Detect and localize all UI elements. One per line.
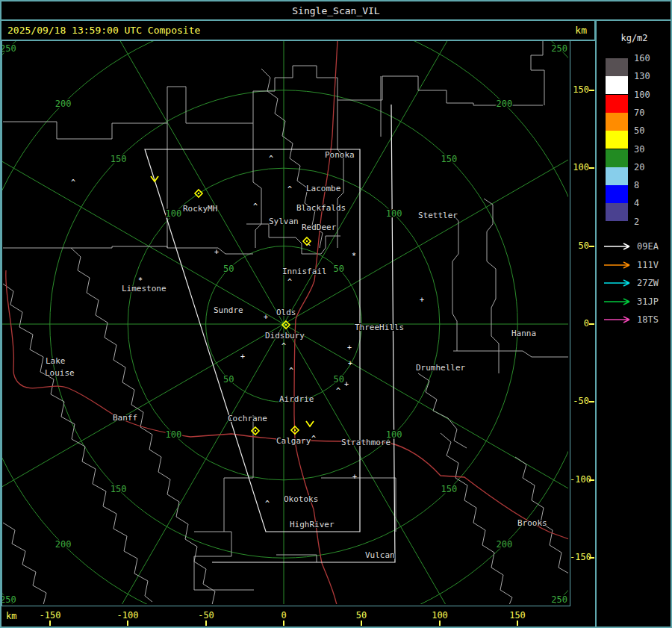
axis-tick-label: -100 (110, 610, 146, 621)
scale-color-swatch (606, 131, 628, 149)
scale-color-swatch (606, 113, 628, 131)
axis-tick (517, 621, 518, 626)
diamond-marker-dot (306, 240, 308, 242)
axis-tick-label: -50 (570, 396, 589, 406)
city-labels: PonokaRockyMHLacombeBlackfaldsSylvanRedD… (45, 150, 547, 560)
axis-tick-label: -100 (570, 474, 589, 485)
city-label: Sylvan (269, 217, 299, 226)
radar-id-label: 18TS (637, 314, 659, 325)
diamond-marker-dot (285, 324, 287, 326)
window-title-bar[interactable]: Single_Scan_VIL (1, 1, 671, 21)
axis-tick-label: -150 (32, 610, 68, 621)
range-ring-label: 100 (166, 208, 182, 219)
map-point-marker: ^ (71, 178, 75, 187)
map-point-marker: ^ (253, 202, 258, 211)
scale-value-label: 50 (634, 125, 664, 136)
scale-color-swatch (606, 203, 628, 221)
scale-color-swatch (606, 167, 628, 185)
axis-tick-label: 0 (570, 318, 589, 329)
radar-legend-item: 27ZW (603, 278, 670, 288)
scale-color-swatch (606, 76, 628, 94)
radar-arrow-icon (603, 279, 632, 287)
range-ring-label: 50 (223, 374, 234, 385)
city-label: RockyMH (183, 204, 217, 214)
axis-tick (589, 479, 594, 481)
range-ring-label: 50 (334, 374, 344, 385)
city-label: ThreeHills (355, 323, 404, 332)
axis-tick-label: -150 (570, 552, 589, 562)
city-label: Blackfalds (296, 203, 346, 213)
city-label: Airdrie (279, 394, 314, 404)
city-label: Brooks (517, 518, 547, 528)
map-point-marker: + (348, 359, 352, 367)
axis-tick (439, 621, 441, 626)
axis-tick-label: 150 (570, 84, 589, 95)
map-point-marker: + (420, 296, 424, 304)
map-point-marker: + (347, 343, 352, 352)
map-point-marker: ^ (287, 278, 292, 286)
map-point-marker: ^ (281, 342, 286, 350)
map-point-marker: + (264, 313, 268, 321)
range-ring-label: 250 (2, 594, 16, 604)
city-label: Calgary (276, 436, 311, 446)
city-label: Cochrane (228, 414, 267, 423)
scale-value-label: 160 (634, 53, 664, 63)
right-distance-axis: 150100500-50-100-150 (570, 40, 595, 606)
bottom-axis-unit-label: km (6, 611, 16, 621)
range-ring-label: 200 (55, 539, 72, 550)
scale-value-label: 2 (634, 217, 664, 227)
axis-tick (589, 557, 594, 559)
axis-tick-label: 0 (266, 610, 302, 621)
city-label: Vulcan (365, 550, 395, 560)
axis-tick (283, 621, 284, 626)
radar-legend-item: 111V (603, 260, 670, 270)
city-label: Lacombe (306, 184, 340, 193)
scale-color-swatch (606, 95, 628, 113)
city-label: Okotoks (284, 494, 318, 504)
radar-id-label: 09EA (637, 241, 659, 252)
map-point-marker: + (240, 352, 245, 361)
radar-id-label: 27ZW (637, 278, 659, 288)
diamond-marker-dot (294, 429, 296, 431)
range-ring-label: 50 (223, 264, 234, 274)
range-ring-label: 250 (551, 594, 567, 604)
range-ring-label: 200 (55, 99, 72, 109)
radar-id-label: 31JP (637, 296, 659, 307)
radar-legend-item: 09EA (603, 241, 670, 252)
scale-value-label: 4 (634, 198, 664, 208)
city-label: Ponoka (325, 150, 355, 160)
city-label: RedDeer (302, 223, 337, 232)
v-marker (306, 421, 314, 426)
range-ring-label: 250 (2, 43, 16, 54)
map-point-marker: + (352, 473, 357, 481)
range-ring-label: 50 (334, 264, 344, 274)
scale-unit-label: kg/m2 (597, 33, 672, 43)
radar-legend-item: 31JP (603, 296, 670, 307)
city-label: Sundre (214, 305, 243, 315)
range-ring-label: 150 (111, 154, 127, 164)
diamond-marker-dot (198, 193, 199, 194)
axis-tick (49, 621, 51, 626)
range-ring-label: 100 (166, 429, 182, 440)
city-label: Louise (45, 368, 75, 378)
axis-tick (589, 90, 594, 91)
legend-panel: kg/m2 1601301007050302084209EA111V27ZW31… (595, 21, 672, 627)
axis-tick (361, 621, 362, 626)
radar-arrow-icon (603, 297, 632, 306)
radar-arrow-icon (603, 315, 632, 324)
radar-map-canvas[interactable]: 5050505010010010010015015015015020020020… (1, 40, 570, 606)
city-label: HighRiver (290, 520, 335, 529)
map-point-marker: ^ (311, 435, 316, 443)
map-point-marker: ^ (269, 155, 273, 163)
diamond-marker-dot (255, 430, 256, 432)
axis-tick (589, 401, 594, 402)
axis-tick-label: 50 (570, 240, 589, 251)
range-ring-label: 200 (496, 99, 512, 109)
axis-tick-label: 50 (343, 610, 379, 621)
scale-value-label: 70 (634, 108, 664, 118)
range-ring-label: 100 (386, 208, 402, 219)
axis-tick (589, 246, 594, 247)
range-ring-label: 250 (551, 43, 567, 54)
range-ring-label: 150 (111, 484, 127, 494)
radar-legend-item: 18TS (603, 314, 670, 325)
